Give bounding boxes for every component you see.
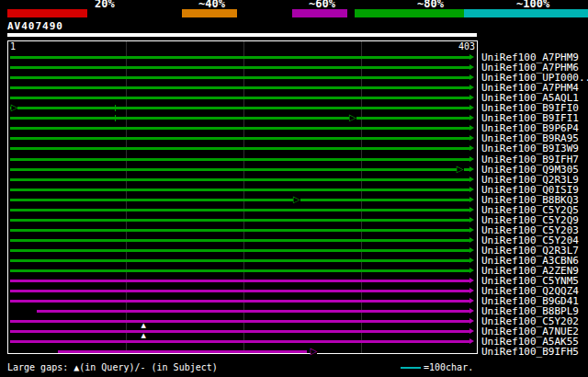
- scale-segment: [347, 9, 355, 17]
- hit-bar[interactable]: [10, 280, 469, 282]
- hit-bar[interactable]: [10, 127, 469, 130]
- hit-bar[interactable]: [10, 97, 469, 99]
- bar-arrowhead-icon: [469, 64, 474, 70]
- scale-label: ~100%: [516, 0, 549, 9]
- marker-open-arrow-icon: ▷: [11, 103, 18, 112]
- hit-bar[interactable]: [10, 249, 469, 252]
- hit-bar[interactable]: [10, 219, 469, 222]
- marker-tick-icon: [115, 105, 116, 111]
- hit-bar[interactable]: [10, 168, 469, 171]
- hit-bar[interactable]: [10, 188, 469, 191]
- hit-bar[interactable]: [10, 147, 469, 150]
- bar-arrowhead-icon: [469, 338, 474, 344]
- hit-bar[interactable]: [10, 300, 469, 303]
- scale-label: ~60%: [309, 0, 335, 9]
- marker-open-arrow-icon: ▷: [457, 165, 464, 174]
- bar-arrowhead-icon: [469, 187, 474, 192]
- bar-arrowhead-icon: [469, 328, 474, 334]
- hit-label[interactable]: UniRef100_B9I3W9: [481, 143, 579, 154]
- bar-arrowhead-icon: [469, 95, 474, 100]
- legend: Large gaps: ▲(in Query)/- (in Subject) =…: [0, 362, 588, 375]
- bar-arrowhead-icon: [469, 166, 474, 172]
- legend-gaps-text: Large gaps: ▲(in Query)/- (in Subject): [7, 362, 218, 373]
- hit-bar[interactable]: [10, 340, 469, 343]
- hit-label[interactable]: UniRef100_B9IFH5: [481, 347, 579, 357]
- scale-labels: 20%~40%~60%~80%~100%: [0, 0, 588, 9]
- hit-bar[interactable]: [10, 66, 469, 69]
- bar-arrowhead-icon: [469, 217, 474, 223]
- scale-length-line: [401, 367, 421, 369]
- alignment-plot: 1 403 ▷▷▷▷▲▲▷: [7, 40, 478, 354]
- bar-arrowhead-icon: [469, 268, 474, 273]
- legend-scale: =100char.: [401, 362, 473, 373]
- hit-label[interactable]: UniRef100_Q2R3L9: [481, 175, 579, 185]
- hit-bar[interactable]: [10, 229, 469, 232]
- bar-arrowhead-icon: [469, 237, 474, 243]
- hit-bar[interactable]: [10, 199, 469, 201]
- bar-arrowhead-icon: [469, 85, 474, 90]
- hit-labels-column: UniRef100_A7PHM9UniRef100_A7PHM6UniRef10…: [481, 41, 588, 355]
- hit-bar[interactable]: [10, 320, 469, 323]
- scale-label: ~80%: [417, 0, 444, 9]
- query-bar: [7, 33, 477, 37]
- marker-open-arrow-icon: ▷: [349, 113, 356, 122]
- marker-open-arrow-icon: ▷: [293, 195, 300, 204]
- bar-arrowhead-icon: [469, 257, 474, 263]
- query-name: AV407490: [7, 20, 63, 32]
- bar-arrowhead-icon: [469, 115, 474, 120]
- bar-arrowhead-icon: [469, 105, 474, 110]
- marker-gap-up-icon: ▲: [141, 333, 146, 339]
- bar-arrowhead-icon: [469, 156, 474, 162]
- bar-arrowhead-icon: [469, 278, 474, 283]
- bar-arrowhead-icon: [469, 74, 474, 80]
- scale-segment: [7, 9, 87, 17]
- identity-scale-bar: [0, 9, 588, 17]
- scale-segment: [292, 9, 347, 17]
- scale-segment: [355, 9, 464, 17]
- legend-scale-text: =100char.: [424, 362, 473, 373]
- hit-bar[interactable]: [10, 56, 469, 59]
- hit-bar[interactable]: [10, 76, 469, 79]
- hit-label[interactable]: UniRef100_Q0ISI9: [481, 185, 579, 195]
- bar-arrowhead-icon: [469, 135, 474, 141]
- hit-bar[interactable]: [10, 86, 469, 89]
- scale-segment: [464, 9, 588, 17]
- marker-open-arrow-icon: ▷: [311, 347, 318, 356]
- bar-arrowhead-icon: [469, 197, 474, 202]
- hit-bars-area: ▷▷▷▷▲▲▷: [8, 41, 477, 353]
- bar-arrowhead-icon: [469, 318, 474, 324]
- bar-arrowhead-icon: [469, 288, 474, 293]
- bar-arrowhead-icon: [469, 247, 474, 253]
- scale-segment: [182, 9, 237, 17]
- scale-label: ~40%: [198, 0, 225, 9]
- bar-arrowhead-icon: [469, 145, 474, 151]
- marker-tick-icon: [115, 115, 116, 121]
- hit-bar[interactable]: [10, 117, 469, 120]
- bar-arrowhead-icon: [469, 207, 474, 212]
- bar-arrowhead-icon: [469, 308, 474, 314]
- hit-bar[interactable]: [10, 178, 469, 181]
- hit-bar[interactable]: [10, 330, 469, 333]
- bar-arrowhead-icon: [469, 125, 474, 131]
- bar-arrowhead-icon: [469, 298, 474, 303]
- hit-bar[interactable]: [10, 209, 469, 211]
- hit-bar[interactable]: [10, 239, 469, 242]
- hit-label[interactable]: UniRef100_B9IFH7: [481, 154, 579, 165]
- marker-gap-up-icon: ▲: [141, 323, 146, 329]
- hit-bar[interactable]: [10, 269, 469, 272]
- scale-segment: [0, 9, 7, 17]
- scale-segment: [87, 9, 182, 17]
- hit-bar[interactable]: [10, 158, 469, 161]
- hit-bar[interactable]: [10, 137, 469, 140]
- scale-label: 20%: [95, 0, 115, 9]
- hit-label[interactable]: UniRef100_Q9M305: [481, 165, 579, 175]
- scale-segment: [237, 9, 292, 17]
- hit-bar[interactable]: [10, 107, 469, 109]
- bar-arrowhead-icon: [469, 227, 474, 233]
- bar-arrowhead-icon: [469, 177, 474, 182]
- hit-bar[interactable]: [10, 259, 469, 262]
- hit-bar[interactable]: [10, 290, 469, 292]
- hit-bar[interactable]: [58, 350, 307, 353]
- bar-arrowhead-icon: [469, 54, 474, 60]
- hit-bar[interactable]: [37, 310, 469, 313]
